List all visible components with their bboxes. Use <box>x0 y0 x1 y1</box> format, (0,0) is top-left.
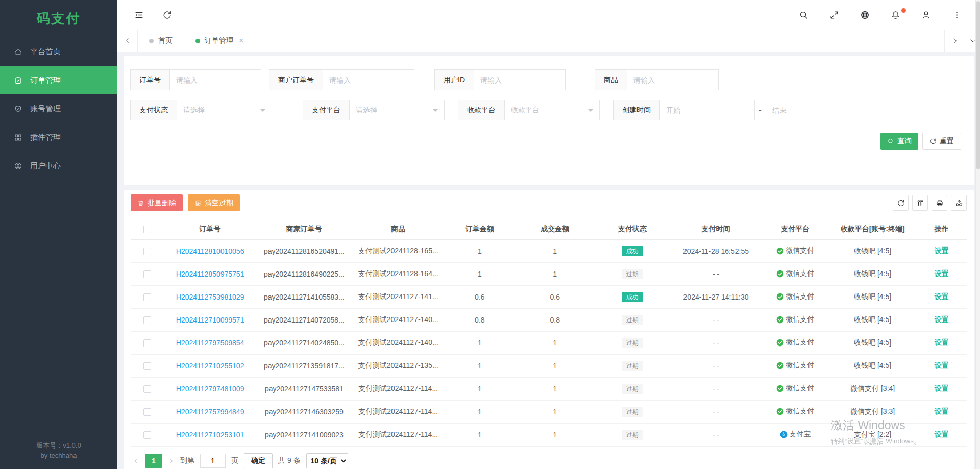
pay-time: - - <box>670 401 762 424</box>
row-checkbox[interactable] <box>143 362 151 370</box>
order-number-link[interactable]: H2024112797509854 <box>176 339 244 347</box>
column-header: 支付时间 <box>670 218 762 240</box>
tabs-scroll-right-button[interactable] <box>944 30 965 52</box>
field-label: 订单号 <box>130 69 169 90</box>
settings-link[interactable]: 设置 <box>935 246 949 255</box>
page-scrollbar[interactable] <box>975 0 980 469</box>
confirm-page-button[interactable]: 确定 <box>244 453 273 468</box>
settings-link[interactable]: 设置 <box>935 338 949 347</box>
close-icon[interactable]: × <box>239 37 243 45</box>
refresh-page-button[interactable] <box>161 9 173 21</box>
row-checkbox[interactable] <box>143 316 151 324</box>
search-icon <box>887 138 894 145</box>
row-checkbox[interactable] <box>143 385 151 393</box>
fullscreen-button[interactable] <box>828 9 840 21</box>
row-checkbox[interactable] <box>143 248 151 255</box>
prev-page-button[interactable] <box>133 458 139 464</box>
globe-button[interactable] <box>859 9 871 21</box>
order-amount: 1 <box>444 424 515 447</box>
merchant-order-no: pay20241127146303259 <box>256 401 352 424</box>
table-row: H2024112710253101pay20241127141009023支付测… <box>131 424 967 447</box>
bell-button[interactable] <box>889 9 901 21</box>
pay-platform: 微信支付 <box>776 361 814 370</box>
receive-account: 收钱吧 [4:5] <box>829 263 917 286</box>
pay-status-select[interactable]: 请选择 <box>177 100 272 120</box>
column-header: 商家订单号 <box>256 218 352 240</box>
table-panel: 批量删除 清空过期 订单号商家订单号商品订单金额成交金额支付状态支付时间支付平台… <box>124 190 974 469</box>
tab-orders[interactable]: 订单管理× <box>184 30 255 52</box>
settings-link[interactable]: 设置 <box>935 315 949 324</box>
sidebar-item-plugins[interactable]: 插件管理 <box>0 123 117 152</box>
pay-time: - - <box>670 309 762 332</box>
row-checkbox[interactable] <box>143 270 151 278</box>
receive-platform-select[interactable]: 收款平台 <box>504 100 600 120</box>
order-number-link[interactable]: H2024112757994849 <box>176 408 244 416</box>
search-button[interactable]: 查询 <box>880 133 918 150</box>
date-start-input[interactable] <box>659 100 755 120</box>
search-button[interactable] <box>797 9 810 21</box>
tab-home[interactable]: 首页 <box>138 30 184 52</box>
clear-expired-button[interactable]: 清空过期 <box>188 194 240 211</box>
order-number-link[interactable]: H2024112810010056 <box>176 247 244 255</box>
plugin-icon <box>14 133 22 142</box>
user-id-input[interactable] <box>474 69 566 90</box>
order-number-link[interactable]: H2024112710253101 <box>176 431 244 439</box>
more-button[interactable] <box>950 9 963 21</box>
print-button[interactable] <box>932 195 947 211</box>
goto-page-input[interactable] <box>200 454 226 468</box>
merchant-order-no-input[interactable] <box>323 69 414 90</box>
pay-platform-select[interactable]: 请选择 <box>349 100 445 120</box>
wechat-icon <box>776 247 784 255</box>
settings-link[interactable]: 设置 <box>935 269 949 278</box>
refresh-button[interactable] <box>893 195 909 211</box>
scrollbar-thumb[interactable] <box>976 1 980 169</box>
settings-link[interactable]: 设置 <box>935 384 949 392</box>
user-button[interactable] <box>920 9 932 21</box>
row-checkbox[interactable] <box>143 293 151 301</box>
order-amount: 1 <box>444 263 515 286</box>
row-checkbox[interactable] <box>143 408 151 416</box>
sidebar-item-user-center[interactable]: 用户中心 <box>0 152 117 180</box>
sidebar-item-accounts[interactable]: 账号管理 <box>0 94 117 123</box>
settings-link[interactable]: 设置 <box>935 361 949 369</box>
order-no-input[interactable] <box>169 69 261 90</box>
page-label: 页 <box>231 456 238 465</box>
status-badge: 过期 <box>622 338 643 348</box>
settings-link[interactable]: 设置 <box>935 407 949 415</box>
goto-label: 到第 <box>180 456 194 465</box>
merchant-order-no: pay2024112713591817... <box>256 355 352 378</box>
chevron-down-icon <box>588 109 593 114</box>
product-input[interactable] <box>627 69 719 90</box>
next-page-button[interactable] <box>168 458 175 464</box>
notification-badge <box>901 8 906 13</box>
order-number-link[interactable]: H2024112797481009 <box>176 385 244 393</box>
tab-label: 订单管理 <box>205 36 233 45</box>
order-number-link[interactable]: H2024112710099571 <box>176 316 244 324</box>
order-amount: 0.6 <box>444 286 515 309</box>
version-info: 版本号：v1.0.0 by techhaha <box>0 440 117 461</box>
date-end-input[interactable] <box>766 100 861 120</box>
reset-button[interactable]: 重置 <box>922 133 961 150</box>
field-label: 支付平台 <box>303 100 349 120</box>
sidebar-item-orders[interactable]: 订单管理 <box>0 66 117 94</box>
current-page[interactable]: 1 <box>145 454 162 468</box>
table-row: H2024112710099571pay2024112714072058...支… <box>131 309 967 332</box>
order-number-link[interactable]: H2024112753981029 <box>176 293 244 301</box>
select-all-checkbox[interactable] <box>143 226 151 233</box>
row-checkbox[interactable] <box>143 431 151 439</box>
export-button[interactable] <box>951 195 967 211</box>
order-amount: 1 <box>444 401 515 424</box>
tabs-scroll-left-button[interactable] <box>117 30 138 52</box>
wechat-icon <box>776 385 784 392</box>
batch-delete-button[interactable]: 批量删除 <box>131 194 183 211</box>
settings-link[interactable]: 设置 <box>935 430 949 438</box>
filter-row-1: 订单号商户订单号用户ID商品 <box>124 69 974 90</box>
order-number-link[interactable]: H2024112710255102 <box>176 362 244 370</box>
sidebar-collapse-button[interactable] <box>133 9 145 21</box>
columns-button[interactable] <box>912 195 928 211</box>
row-checkbox[interactable] <box>143 339 151 347</box>
settings-link[interactable]: 设置 <box>935 292 949 301</box>
page-size-select[interactable]: 10 条/页 <box>306 453 348 468</box>
order-number-link[interactable]: H2024112850975751 <box>176 270 244 278</box>
sidebar-item-home[interactable]: 平台首页 <box>0 37 117 66</box>
